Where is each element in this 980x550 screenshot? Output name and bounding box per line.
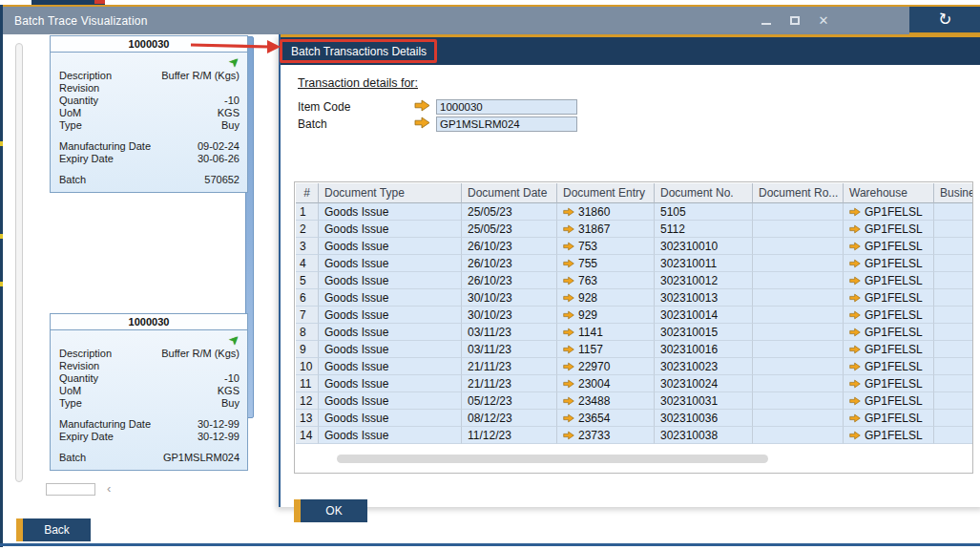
link-arrow-icon[interactable]: [849, 276, 861, 286]
table-header-cell[interactable]: Document Ro...: [753, 183, 844, 203]
table-cell[interactable]: [934, 221, 973, 238]
table-row[interactable]: 9Goods Issue03/11/231157302310016GP1FELS…: [296, 341, 973, 358]
table-cell[interactable]: 302310013: [655, 289, 753, 307]
table-cell[interactable]: [934, 341, 973, 358]
table-cell[interactable]: 8: [296, 324, 319, 341]
table-row[interactable]: 8Goods Issue03/11/231141302310015GP1FELS…: [296, 324, 973, 341]
table-cell[interactable]: 302310015: [655, 324, 753, 341]
table-cell[interactable]: 21/11/23: [462, 375, 557, 392]
table-cell[interactable]: 23733: [557, 427, 655, 444]
link-arrow-icon[interactable]: [563, 362, 574, 371]
table-cell[interactable]: [753, 324, 844, 341]
table-cell[interactable]: [753, 358, 844, 375]
table-cell[interactable]: Goods Issue: [319, 272, 462, 289]
table-cell[interactable]: Goods Issue: [319, 392, 462, 410]
table-cell[interactable]: [934, 410, 973, 427]
table-cell[interactable]: 12: [296, 392, 319, 410]
link-arrow-icon[interactable]: [563, 328, 574, 337]
table-row[interactable]: 12Goods Issue05/12/2323488302310031GP1FE…: [296, 392, 973, 410]
table-cell[interactable]: Goods Issue: [319, 341, 462, 358]
table-cell[interactable]: 1141: [557, 324, 655, 341]
table-row[interactable]: 1Goods Issue25/05/23318605105GP1FELSL: [296, 203, 973, 221]
link-arrow-icon[interactable]: [563, 413, 574, 423]
table-header-cell[interactable]: Busines: [934, 183, 973, 203]
table-cell[interactable]: 11: [296, 375, 319, 392]
table-cell[interactable]: GP1FELSL: [844, 427, 934, 444]
table-cell[interactable]: 22970: [557, 358, 655, 375]
table-cell[interactable]: GP1FELSL: [844, 203, 934, 221]
table-row[interactable]: 3Goods Issue26/10/23753302310010GP1FELSL: [296, 238, 973, 255]
table-cell[interactable]: [934, 358, 973, 375]
table-cell[interactable]: 3: [296, 238, 319, 255]
table-cell[interactable]: Goods Issue: [319, 375, 462, 392]
table-cell[interactable]: [753, 341, 844, 358]
table-cell[interactable]: 302310031: [655, 392, 753, 410]
table-cell[interactable]: 03/11/23: [462, 341, 557, 358]
batch-trace-card[interactable]: 1000030➤DescriptionBuffer R/M (Kgs)Revis…: [50, 35, 248, 193]
table-row[interactable]: 11Goods Issue21/11/2323004302310024GP1FE…: [296, 375, 973, 392]
link-arrow-icon[interactable]: [849, 328, 861, 337]
table-cell[interactable]: 23488: [557, 392, 655, 410]
table-cell[interactable]: 25/05/23: [462, 203, 557, 221]
table-row[interactable]: 6Goods Issue30/10/23928302310013GP1FELSL: [296, 289, 973, 307]
table-cell[interactable]: 929: [557, 307, 655, 324]
table-cell[interactable]: 13: [296, 410, 319, 427]
batch-input[interactable]: [436, 116, 577, 132]
maximize-button[interactable]: [788, 14, 802, 28]
table-cell[interactable]: GP1FELSL: [844, 255, 934, 272]
table-header-cell[interactable]: Document Type: [319, 183, 462, 203]
table-cell[interactable]: [753, 427, 844, 444]
link-arrow-icon[interactable]: [414, 99, 430, 115]
batch-trace-card[interactable]: 1000030➤DescriptionBuffer R/M (Kgs)Revis…: [50, 313, 248, 471]
table-cell[interactable]: 7: [296, 307, 319, 324]
table-cell[interactable]: GP1FELSL: [844, 358, 934, 375]
table-cell[interactable]: 11/12/23: [462, 427, 557, 444]
table-row[interactable]: 5Goods Issue26/10/23763302310012GP1FELSL: [296, 272, 973, 289]
table-cell[interactable]: 25/05/23: [462, 221, 557, 238]
table-cell[interactable]: Goods Issue: [319, 324, 462, 341]
table-header-cell[interactable]: Document No.: [655, 183, 753, 203]
table-row[interactable]: 4Goods Issue26/10/23755302310011GP1FELSL: [296, 255, 973, 272]
table-cell[interactable]: 302310023: [655, 358, 753, 375]
link-arrow-icon[interactable]: [849, 224, 861, 234]
trace-panel-vertical-scrollbar[interactable]: [15, 43, 23, 482]
table-cell[interactable]: GP1FELSL: [844, 307, 934, 324]
table-cell[interactable]: 26/10/23: [462, 255, 557, 272]
table-cell[interactable]: 31867: [557, 221, 655, 238]
table-cell[interactable]: 928: [557, 289, 655, 307]
table-cell[interactable]: [934, 392, 973, 410]
link-arrow-icon[interactable]: [414, 116, 430, 132]
table-cell[interactable]: [934, 324, 973, 341]
link-arrow-icon[interactable]: [563, 345, 574, 354]
table-cell[interactable]: Goods Issue: [319, 427, 462, 444]
link-arrow-icon[interactable]: [563, 431, 574, 440]
table-cell[interactable]: Goods Issue: [319, 358, 462, 375]
table-header-cell[interactable]: Document Entry: [557, 183, 655, 203]
link-arrow-icon[interactable]: [563, 242, 574, 251]
table-cell[interactable]: Goods Issue: [319, 289, 462, 307]
link-arrow-icon[interactable]: [563, 276, 574, 286]
table-header-cell[interactable]: Document Date: [462, 183, 557, 203]
table-cell[interactable]: 26/10/23: [462, 272, 557, 289]
table-cell[interactable]: [753, 307, 844, 324]
table-cell[interactable]: 302310016: [655, 341, 753, 358]
table-cell[interactable]: Goods Issue: [319, 255, 462, 272]
table-cell[interactable]: 5: [296, 272, 319, 289]
link-arrow-icon[interactable]: [563, 379, 574, 389]
table-cell[interactable]: Goods Issue: [319, 221, 462, 238]
table-cell[interactable]: [753, 392, 844, 410]
table-cell[interactable]: 10: [296, 358, 319, 375]
table-cell[interactable]: 08/12/23: [462, 410, 557, 427]
table-cell[interactable]: [753, 272, 844, 289]
table-cell[interactable]: 763: [557, 272, 655, 289]
table-cell[interactable]: GP1FELSL: [844, 238, 934, 255]
table-cell[interactable]: [753, 221, 844, 238]
link-arrow-icon[interactable]: [563, 224, 574, 234]
table-cell[interactable]: [753, 238, 844, 255]
table-cell[interactable]: 302310011: [655, 255, 753, 272]
table-cell[interactable]: 26/10/23: [462, 238, 557, 255]
table-cell[interactable]: 2: [296, 221, 319, 238]
table-cell[interactable]: 302310024: [655, 375, 753, 392]
link-arrow-icon[interactable]: [563, 293, 574, 303]
link-arrow-icon[interactable]: [849, 431, 861, 440]
